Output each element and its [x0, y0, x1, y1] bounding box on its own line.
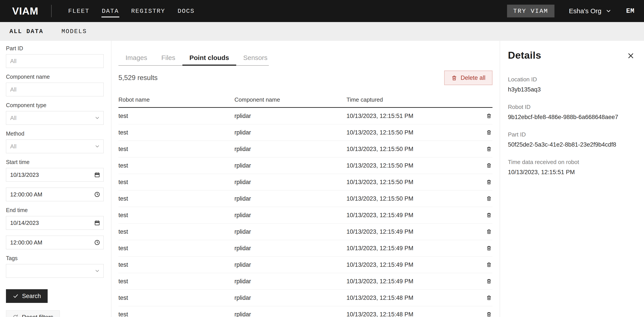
table-row[interactable]: test rplidar 10/13/2023, 12:15:49 PM: [118, 240, 492, 257]
nav-item-registry[interactable]: REGISTRY: [131, 5, 166, 17]
delete-row-button[interactable]: [486, 212, 492, 219]
details-field-label: Location ID: [508, 76, 633, 83]
tab-files[interactable]: Files: [154, 51, 182, 66]
table-row[interactable]: test rplidar 10/13/2023, 12:15:50 PM: [118, 174, 492, 190]
search-button[interactable]: Search: [6, 289, 48, 303]
delete-row-button[interactable]: [486, 112, 492, 119]
part-id-input[interactable]: [6, 54, 104, 68]
delete-row-button[interactable]: [486, 278, 492, 285]
cell-component-name: rplidar: [234, 129, 346, 136]
trash-icon: [486, 179, 492, 185]
cell-robot-name: test: [118, 262, 234, 268]
trash-icon: [486, 245, 492, 251]
delete-row-button[interactable]: [486, 179, 492, 186]
cell-robot-name: test: [118, 245, 234, 252]
user-avatar-initials[interactable]: EM: [626, 7, 634, 15]
cell-time-captured: 10/13/2023, 12:15:51 PM: [346, 113, 480, 119]
method-select[interactable]: All: [6, 140, 104, 153]
chevron-down-icon: [606, 8, 612, 14]
details-field-label: Part ID: [508, 131, 633, 138]
delete-row-button[interactable]: [486, 311, 492, 317]
cell-component-name: rplidar: [234, 262, 346, 268]
close-details-button[interactable]: [627, 52, 634, 59]
subnav-item-all-data[interactable]: ALL DATA: [10, 28, 44, 35]
table-row[interactable]: test rplidar 10/13/2023, 12:15:49 PM: [118, 273, 492, 290]
cell-robot-name: test: [118, 146, 234, 153]
table-row[interactable]: test rplidar 10/13/2023, 12:15:51 PM: [118, 108, 492, 124]
cell-time-captured: 10/13/2023, 12:15:50 PM: [346, 162, 480, 169]
table-row[interactable]: test rplidar 10/13/2023, 12:15:49 PM: [118, 257, 492, 273]
filter-sidebar: Part ID Component name Component type Al…: [0, 41, 112, 317]
delete-row-button[interactable]: [486, 162, 492, 169]
table-row[interactable]: test rplidar 10/13/2023, 12:15:48 PM: [118, 290, 492, 306]
filter-component-type: Component type All: [6, 102, 104, 125]
cell-component-name: rplidar: [234, 311, 346, 317]
delete-all-button[interactable]: Delete all: [444, 70, 492, 85]
delete-row-button[interactable]: [486, 228, 492, 235]
start-clock-input[interactable]: [6, 188, 104, 201]
component-name-input[interactable]: [6, 83, 104, 96]
tags-label: Tags: [6, 255, 104, 262]
cell-time-captured: 10/13/2023, 12:15:50 PM: [346, 179, 480, 186]
tab-point-clouds[interactable]: Point clouds: [182, 51, 236, 66]
filter-part-id: Part ID: [6, 45, 104, 68]
results-row: 5,529 results Delete all: [118, 70, 492, 85]
cell-time-captured: 10/13/2023, 12:15:49 PM: [346, 228, 480, 235]
table-row[interactable]: test rplidar 10/13/2023, 12:15:49 PM: [118, 207, 492, 224]
cell-time-captured: 10/13/2023, 12:15:50 PM: [346, 146, 480, 153]
component-type-select[interactable]: All: [6, 111, 104, 125]
primary-nav: FLEETDATAREGISTRYDOCS: [68, 5, 195, 17]
table-row[interactable]: test rplidar 10/13/2023, 12:15:49 PM: [118, 224, 492, 240]
end-clock-input[interactable]: [6, 236, 104, 249]
cell-time-captured: 10/13/2023, 12:15:49 PM: [346, 262, 480, 268]
delete-row-button[interactable]: [486, 294, 492, 301]
cell-component-name: rplidar: [234, 113, 346, 119]
nav-item-docs[interactable]: DOCS: [177, 5, 195, 17]
details-field-value: 50f25de2-5a3c-41e2-8b81-23e2f9b4cdf8: [508, 141, 633, 148]
start-date-input[interactable]: [6, 168, 104, 182]
data-main: ImagesFilesPoint cloudsSensors 5,529 res…: [112, 41, 500, 317]
subnav-item-models[interactable]: MODELS: [62, 28, 87, 35]
table-row[interactable]: test rplidar 10/13/2023, 12:15:50 PM: [118, 141, 492, 157]
table-row[interactable]: test rplidar 10/13/2023, 12:15:48 PM: [118, 306, 492, 317]
trash-icon: [486, 262, 492, 268]
nav-divider: [51, 5, 52, 17]
cell-robot-name: test: [118, 295, 234, 301]
delete-row-button[interactable]: [486, 195, 492, 202]
delete-row-button[interactable]: [486, 261, 492, 268]
table-row[interactable]: test rplidar 10/13/2023, 12:15:50 PM: [118, 124, 492, 141]
tab-images[interactable]: Images: [118, 51, 154, 66]
details-field-value: 10/13/2023, 12:15:51 PM: [508, 169, 633, 176]
cell-robot-name: test: [118, 311, 234, 317]
details-field-label: Robot ID: [508, 104, 633, 110]
tab-sensors[interactable]: Sensors: [236, 51, 274, 66]
column-component-name: Component name: [234, 96, 346, 103]
cell-component-name: rplidar: [234, 162, 346, 169]
delete-row-button[interactable]: [486, 245, 492, 252]
filter-component-name: Component name: [6, 74, 104, 96]
method-label: Method: [6, 130, 104, 137]
nav-item-data[interactable]: DATA: [102, 5, 119, 17]
part-id-label: Part ID: [6, 45, 104, 51]
org-name: Esha's Org: [569, 7, 602, 15]
details-fields: Location ID h3yb135aq3 Robot ID 9b12ebcf…: [508, 76, 633, 176]
details-title: Details: [508, 50, 633, 61]
column-robot-name: Robot name: [118, 96, 234, 103]
viam-logo[interactable]: VIAM: [12, 5, 38, 17]
try-viam-button[interactable]: TRY VIAM: [507, 5, 554, 17]
table-row[interactable]: test rplidar 10/13/2023, 12:15:50 PM: [118, 157, 492, 174]
tags-select[interactable]: [6, 264, 104, 278]
cell-time-captured: 10/13/2023, 12:15:48 PM: [346, 295, 480, 301]
table-row[interactable]: test rplidar 10/13/2023, 12:15:50 PM: [118, 190, 492, 207]
delete-row-button[interactable]: [486, 129, 492, 136]
delete-row-button[interactable]: [486, 145, 492, 153]
end-date-input[interactable]: [6, 216, 104, 230]
trash-icon: [486, 113, 492, 119]
nav-item-fleet[interactable]: FLEET: [68, 5, 90, 17]
top-nav: VIAM FLEETDATAREGISTRYDOCS TRY VIAM Esha…: [0, 0, 644, 22]
reset-filters-button[interactable]: Reset filters: [6, 311, 60, 317]
org-switcher[interactable]: Esha's Org: [569, 7, 612, 15]
trash-icon: [486, 229, 492, 235]
filter-start-time: Start time: [6, 159, 104, 201]
cell-robot-name: test: [118, 195, 234, 202]
